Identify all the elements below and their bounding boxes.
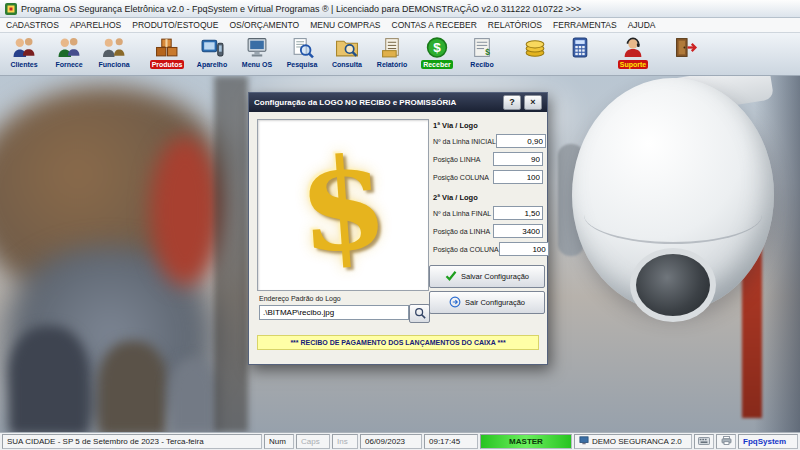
status-insert: Ins [332, 434, 358, 449]
exit-config-button[interactable]: Sair Configuração [429, 291, 545, 314]
toolbar-label: Menu OS [240, 60, 274, 69]
toolbar-relatorio[interactable]: Relatório [372, 35, 412, 69]
menu-produto-estoque[interactable]: PRODUTO/ESTOQUE [132, 20, 218, 30]
status-keyboard-cell [694, 434, 714, 449]
save-config-button[interactable]: Salvar Configuração [429, 265, 545, 288]
posicao-linha-1-input[interactable] [493, 152, 543, 166]
menu-aparelhos[interactable]: APARELHOS [70, 20, 121, 30]
save-config-label: Salvar Configuração [461, 272, 529, 281]
status-system-name: DEMO SEGURANCA 2.0 [574, 434, 692, 449]
toolbar-calculadora[interactable] [560, 35, 600, 60]
status-printer-cell [716, 434, 736, 449]
receipt-icon: $ [468, 35, 496, 60]
toolbar-label: Aparelho [195, 60, 229, 69]
toolbar-recibo[interactable]: $ Recibo [462, 35, 502, 69]
coins-icon [521, 35, 549, 60]
toolbar-menu-os[interactable]: Menu OS [237, 35, 277, 69]
toolbar-produtos[interactable]: Produtos [147, 35, 187, 69]
magnifier-icon [414, 305, 426, 323]
receive-icon: $ [423, 35, 451, 60]
toolbar-aparelho[interactable]: Aparelho [192, 35, 232, 69]
toolbar-receber[interactable]: $ Receber [417, 35, 457, 69]
exit-arrow-icon [449, 296, 461, 310]
toolbar-label: Recibo [468, 60, 495, 69]
window-titlebar: Programa OS Segurança Eletrônica v2.0 - … [0, 0, 800, 18]
menu-contas-receber[interactable]: CONTAS A RECEBER [392, 20, 477, 30]
status-time: 09:17:45 [424, 434, 478, 449]
menubar: CADASTROS APARELHOS PRODUTO/ESTOQUE OS/O… [0, 18, 800, 33]
suppliers-icon [55, 35, 83, 60]
field-label: Nº da Linha INICIAL [433, 138, 496, 145]
field-row: Nº da Linha INICIAL [433, 132, 543, 150]
toolbar-sair[interactable] [666, 35, 706, 60]
field-label: Posição COLUNA [433, 174, 489, 181]
field-row: Posição da LINHA [433, 222, 543, 240]
blurred-person [8, 326, 90, 432]
status-numlock: Num [264, 434, 294, 449]
app-window: Programa OS Segurança Eletrônica v2.0 - … [0, 0, 800, 450]
toolbar-label: Relatório [375, 60, 409, 69]
keyboard-icon [698, 437, 710, 447]
field-label: Nº da Linha FINAL [433, 210, 491, 217]
field-label: Posição LINHA [433, 156, 480, 163]
calculator-icon [566, 35, 594, 60]
camera-lens [630, 248, 716, 322]
logo-preview-box: $ [257, 119, 429, 291]
menu-ajuda[interactable]: AJUDA [628, 20, 656, 30]
gold-dollar-logo: $ [294, 128, 392, 282]
toolbar-pesquisa[interactable]: Pesquisa [282, 35, 322, 69]
receipt-banner: *** RECIBO DE PAGAMENTO DOS LANÇAMENTOS … [257, 335, 539, 350]
status-capslock: Caps [296, 434, 330, 449]
posicao-linha-2-input[interactable] [493, 224, 543, 238]
status-location-date: SUA CIDADE - SP 5 de Setembro de 2023 - … [2, 434, 262, 449]
menu-compras[interactable]: MENU COMPRAS [310, 20, 380, 30]
window-title: Programa OS Segurança Eletrônica v2.0 - … [21, 4, 581, 14]
linha-inicial-input[interactable] [496, 134, 546, 148]
section-1-heading: 1ª Via / Logo [433, 119, 543, 132]
blurred-red-object [150, 136, 220, 286]
toolbar-suporte[interactable]: Suporte [613, 35, 653, 69]
field-row: Nº da Linha FINAL [433, 204, 543, 222]
dialog-titlebar[interactable]: Configuração da LOGO NO RECIBO e PROMISS… [249, 93, 547, 112]
exit-icon [672, 35, 700, 60]
field-row: Posição LINHA [433, 150, 543, 168]
statusbar: SUA CIDADE - SP 5 de Setembro de 2023 - … [0, 432, 800, 450]
dialog-help-button[interactable]: ? [503, 95, 521, 110]
menu-os-orcamento[interactable]: OS/ORÇAMENTO [229, 20, 299, 30]
menu-ferramentas[interactable]: FERRAMENTAS [553, 20, 617, 30]
support-icon [619, 35, 647, 60]
monitor-icon [579, 436, 589, 447]
logo-path-input[interactable] [259, 305, 409, 320]
dialog-close-button[interactable]: × [524, 95, 542, 110]
printer-icon [721, 436, 732, 447]
toolbar-consulta[interactable]: Consulta [327, 35, 367, 69]
menu-cadastros[interactable]: CADASTROS [6, 20, 59, 30]
svg-text:$: $ [433, 40, 441, 55]
posicao-coluna-2-input[interactable] [499, 242, 549, 256]
blurred-person [168, 358, 218, 432]
toolbar-moedas[interactable] [515, 35, 555, 60]
toolbar-clientes[interactable]: Clientes [4, 35, 44, 69]
posicao-coluna-1-input[interactable] [493, 170, 543, 184]
svg-text:$: $ [485, 47, 490, 57]
devices-icon [198, 35, 226, 60]
field-label: Posição da COLUNA [433, 246, 499, 253]
field-row: Posição COLUNA [433, 168, 543, 186]
report-icon [378, 35, 406, 60]
section-2-heading: 2ª Via / Logo [433, 191, 543, 204]
logo-path-label: Endereço Padrão do Logo [259, 295, 341, 302]
toolbar-fornece[interactable]: Fornece [49, 35, 89, 69]
menu-relatorios[interactable]: RELATÓRIOS [488, 20, 542, 30]
toolbar-funciona[interactable]: Funciona [94, 35, 134, 69]
linha-final-input[interactable] [493, 206, 543, 220]
toolbar-label: Produtos [150, 60, 185, 69]
employees-icon [100, 35, 128, 60]
toolbar-label: Clientes [8, 60, 39, 69]
camera-seam [584, 186, 762, 244]
check-icon [445, 270, 457, 283]
clients-icon [10, 35, 38, 60]
browse-logo-button[interactable] [409, 304, 430, 323]
blurred-person [98, 341, 168, 432]
config-fields: 1ª Via / Logo Nº da Linha INICIAL Posiçã… [433, 119, 543, 258]
toolbar-label: Suporte [618, 60, 648, 69]
